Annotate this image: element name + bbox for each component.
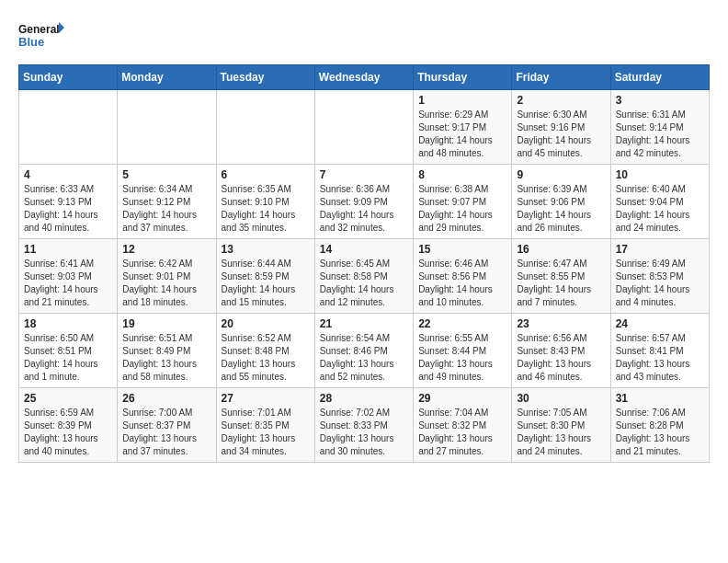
day-info: Sunrise: 6:44 AM Sunset: 8:59 PM Dayligh… <box>222 258 310 309</box>
day-number: 8 <box>418 168 506 181</box>
day-number: 17 <box>616 243 704 256</box>
day-info: Sunrise: 6:51 AM Sunset: 8:49 PM Dayligh… <box>122 332 210 384</box>
day-cell: 17Sunrise: 6:49 AM Sunset: 8:53 PM Dayli… <box>610 239 709 314</box>
day-cell: 20Sunrise: 6:52 AM Sunset: 8:48 PM Dayli… <box>216 314 314 388</box>
day-number: 25 <box>24 392 112 405</box>
day-number: 22 <box>418 317 506 330</box>
weekday-friday: Friday <box>512 65 610 90</box>
day-info: Sunrise: 6:52 AM Sunset: 8:48 PM Dayligh… <box>222 332 310 384</box>
day-cell: 22Sunrise: 6:55 AM Sunset: 8:44 PM Dayli… <box>414 314 512 388</box>
day-cell: 27Sunrise: 7:01 AM Sunset: 8:35 PM Dayli… <box>216 388 314 463</box>
day-cell: 10Sunrise: 6:40 AM Sunset: 9:04 PM Dayli… <box>610 165 709 239</box>
day-info: Sunrise: 6:40 AM Sunset: 9:04 PM Dayligh… <box>616 183 704 235</box>
day-number: 26 <box>122 392 210 405</box>
day-info: Sunrise: 6:34 AM Sunset: 9:12 PM Dayligh… <box>122 183 210 235</box>
day-info: Sunrise: 6:38 AM Sunset: 9:07 PM Dayligh… <box>418 183 506 235</box>
day-number: 23 <box>517 317 605 330</box>
day-cell: 4Sunrise: 6:33 AM Sunset: 9:13 PM Daylig… <box>19 165 118 239</box>
day-cell: 25Sunrise: 6:59 AM Sunset: 8:39 PM Dayli… <box>19 388 118 463</box>
day-info: Sunrise: 7:02 AM Sunset: 8:33 PM Dayligh… <box>320 407 408 458</box>
day-info: Sunrise: 7:01 AM Sunset: 8:35 PM Dayligh… <box>222 407 310 458</box>
week-row-2: 4Sunrise: 6:33 AM Sunset: 9:13 PM Daylig… <box>19 165 710 239</box>
svg-text:Blue: Blue <box>18 35 44 49</box>
day-info: Sunrise: 6:42 AM Sunset: 9:01 PM Dayligh… <box>122 258 210 309</box>
day-number: 9 <box>517 168 605 181</box>
day-info: Sunrise: 6:50 AM Sunset: 8:51 PM Dayligh… <box>24 332 112 384</box>
weekday-saturday: Saturday <box>610 65 709 90</box>
day-info: Sunrise: 6:36 AM Sunset: 9:09 PM Dayligh… <box>320 183 408 235</box>
weekday-tuesday: Tuesday <box>216 65 314 90</box>
logo: General Blue <box>18 18 64 55</box>
day-info: Sunrise: 6:29 AM Sunset: 9:17 PM Dayligh… <box>418 109 506 160</box>
day-number: 14 <box>320 243 408 256</box>
day-number: 28 <box>320 392 408 405</box>
day-number: 31 <box>616 392 704 405</box>
weekday-thursday: Thursday <box>414 65 512 90</box>
day-cell: 30Sunrise: 7:05 AM Sunset: 8:30 PM Dayli… <box>512 388 610 463</box>
day-number: 1 <box>418 94 506 107</box>
day-cell: 15Sunrise: 6:46 AM Sunset: 8:56 PM Dayli… <box>414 239 512 314</box>
day-info: Sunrise: 6:30 AM Sunset: 9:16 PM Dayligh… <box>517 109 605 160</box>
day-number: 29 <box>418 392 506 405</box>
day-info: Sunrise: 6:33 AM Sunset: 9:13 PM Dayligh… <box>24 183 112 235</box>
day-info: Sunrise: 6:31 AM Sunset: 9:14 PM Dayligh… <box>616 109 704 160</box>
day-info: Sunrise: 7:04 AM Sunset: 8:32 PM Dayligh… <box>418 407 506 458</box>
day-number: 12 <box>122 243 210 256</box>
day-number: 16 <box>517 243 605 256</box>
day-number: 6 <box>222 168 310 181</box>
day-cell <box>216 90 314 165</box>
day-cell <box>118 90 216 165</box>
day-cell <box>19 90 118 165</box>
day-cell: 31Sunrise: 7:06 AM Sunset: 8:28 PM Dayli… <box>610 388 709 463</box>
week-row-1: 1Sunrise: 6:29 AM Sunset: 9:17 PM Daylig… <box>19 90 710 165</box>
day-number: 20 <box>222 317 310 330</box>
day-cell: 26Sunrise: 7:00 AM Sunset: 8:37 PM Dayli… <box>118 388 216 463</box>
day-info: Sunrise: 6:57 AM Sunset: 8:41 PM Dayligh… <box>616 332 704 384</box>
day-cell: 18Sunrise: 6:50 AM Sunset: 8:51 PM Dayli… <box>19 314 118 388</box>
logo-svg: General Blue <box>18 18 64 55</box>
day-number: 13 <box>222 243 310 256</box>
day-number: 10 <box>616 168 704 181</box>
day-number: 4 <box>24 168 112 181</box>
day-info: Sunrise: 6:45 AM Sunset: 8:58 PM Dayligh… <box>320 258 408 309</box>
day-info: Sunrise: 6:49 AM Sunset: 8:53 PM Dayligh… <box>616 258 704 309</box>
day-info: Sunrise: 7:05 AM Sunset: 8:30 PM Dayligh… <box>517 407 605 458</box>
day-info: Sunrise: 6:46 AM Sunset: 8:56 PM Dayligh… <box>418 258 506 309</box>
day-cell: 12Sunrise: 6:42 AM Sunset: 9:01 PM Dayli… <box>118 239 216 314</box>
day-number: 5 <box>122 168 210 181</box>
day-number: 15 <box>418 243 506 256</box>
day-number: 3 <box>616 94 704 107</box>
day-cell: 23Sunrise: 6:56 AM Sunset: 8:43 PM Dayli… <box>512 314 610 388</box>
day-cell: 3Sunrise: 6:31 AM Sunset: 9:14 PM Daylig… <box>610 90 709 165</box>
page-header: General Blue <box>18 18 710 55</box>
weekday-header-row: SundayMondayTuesdayWednesdayThursdayFrid… <box>19 65 710 90</box>
day-cell: 6Sunrise: 6:35 AM Sunset: 9:10 PM Daylig… <box>216 165 314 239</box>
day-number: 21 <box>320 317 408 330</box>
day-cell: 14Sunrise: 6:45 AM Sunset: 8:58 PM Dayli… <box>314 239 413 314</box>
day-info: Sunrise: 6:39 AM Sunset: 9:06 PM Dayligh… <box>517 183 605 235</box>
day-cell: 29Sunrise: 7:04 AM Sunset: 8:32 PM Dayli… <box>414 388 512 463</box>
day-info: Sunrise: 6:55 AM Sunset: 8:44 PM Dayligh… <box>418 332 506 384</box>
day-info: Sunrise: 6:47 AM Sunset: 8:55 PM Dayligh… <box>517 258 605 309</box>
day-info: Sunrise: 6:35 AM Sunset: 9:10 PM Dayligh… <box>222 183 310 235</box>
day-cell <box>314 90 413 165</box>
day-cell: 21Sunrise: 6:54 AM Sunset: 8:46 PM Dayli… <box>314 314 413 388</box>
day-cell: 28Sunrise: 7:02 AM Sunset: 8:33 PM Dayli… <box>314 388 413 463</box>
weekday-sunday: Sunday <box>19 65 118 90</box>
day-cell: 13Sunrise: 6:44 AM Sunset: 8:59 PM Dayli… <box>216 239 314 314</box>
day-cell: 7Sunrise: 6:36 AM Sunset: 9:09 PM Daylig… <box>314 165 413 239</box>
day-cell: 1Sunrise: 6:29 AM Sunset: 9:17 PM Daylig… <box>414 90 512 165</box>
day-number: 19 <box>122 317 210 330</box>
day-number: 27 <box>222 392 310 405</box>
day-number: 11 <box>24 243 112 256</box>
day-number: 18 <box>24 317 112 330</box>
day-cell: 8Sunrise: 6:38 AM Sunset: 9:07 PM Daylig… <box>414 165 512 239</box>
week-row-4: 18Sunrise: 6:50 AM Sunset: 8:51 PM Dayli… <box>19 314 710 388</box>
svg-text:General: General <box>18 23 60 36</box>
day-number: 7 <box>320 168 408 181</box>
week-row-3: 11Sunrise: 6:41 AM Sunset: 9:03 PM Dayli… <box>19 239 710 314</box>
day-info: Sunrise: 6:41 AM Sunset: 9:03 PM Dayligh… <box>24 258 112 309</box>
day-info: Sunrise: 6:56 AM Sunset: 8:43 PM Dayligh… <box>517 332 605 384</box>
day-cell: 5Sunrise: 6:34 AM Sunset: 9:12 PM Daylig… <box>118 165 216 239</box>
svg-marker-2 <box>59 22 64 33</box>
